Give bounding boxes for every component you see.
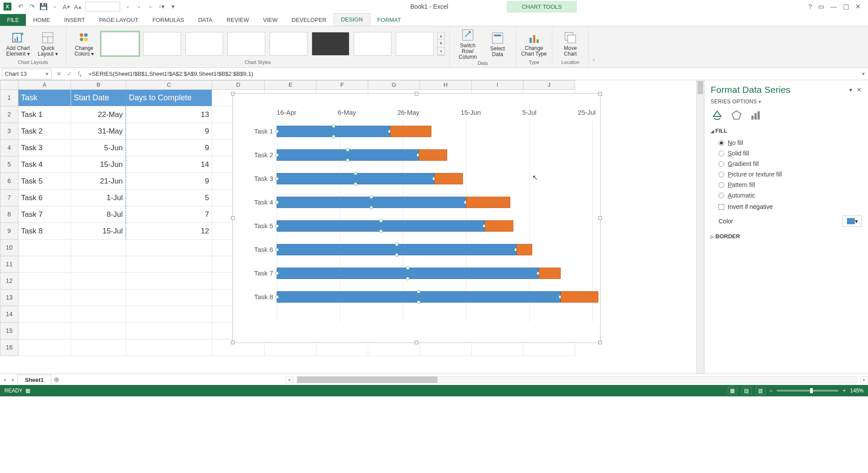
cell[interactable]: Task 3 [18,140,71,156]
new-sheet-button[interactable]: ⊕ [51,375,62,384]
fx-button[interactable]: fx [75,70,85,78]
enter-formula-button[interactable]: ✓ [64,71,75,77]
cell[interactable] [71,339,126,356]
hscroll-right[interactable]: ▸ [860,376,868,383]
worksheet-grid[interactable]: A B C D E F G H I J 1TaskStart DateDays … [0,80,696,374]
cell[interactable] [18,323,71,339]
save-button[interactable]: 💾 [38,2,49,11]
row-header[interactable]: 16 [0,339,18,356]
col-header-J[interactable]: J [523,80,575,90]
col-header-A[interactable]: A [18,80,71,90]
cell[interactable]: 21-Jun [71,173,126,190]
chart-style-4[interactable] [228,32,265,56]
cell[interactable] [71,306,126,323]
cell[interactable]: 14 [126,156,212,173]
qat-button[interactable]: ▫ [49,2,60,11]
chart-bar-series2[interactable] [539,268,561,279]
font-dec-button[interactable]: A▾ [60,2,72,11]
invert-if-negative-checkbox[interactable]: Invert if negative [711,201,862,213]
cell[interactable]: 15-Jun [71,156,126,173]
page-layout-view-button[interactable]: ▤ [742,387,751,395]
select-data-button[interactable]: Select Data [484,31,511,57]
row-header[interactable]: 3 [0,123,18,140]
cell[interactable]: 13 [126,106,212,123]
cell[interactable] [18,306,71,323]
pane-close-button[interactable]: ✕ [857,86,862,93]
cell[interactable]: Task [18,90,71,106]
chart-bar-series1[interactable] [277,220,485,232]
zoom-out-button[interactable]: – [770,388,773,394]
chart-style-7[interactable] [354,32,391,56]
tab-home[interactable]: HOME [26,14,57,26]
collapse-ribbon-button[interactable]: ˄ [589,26,598,67]
chart-bar-series2[interactable] [516,244,532,255]
row-header[interactable]: 13 [0,289,18,306]
cell[interactable] [126,256,212,273]
tab-developer[interactable]: DEVELOPER [285,14,333,26]
tab-file[interactable]: FILE [0,14,26,26]
cell[interactable] [126,339,212,356]
cell[interactable] [18,273,71,289]
sheet-tab-sheet1[interactable]: Sheet1 [18,374,51,385]
zoom-slider[interactable] [777,390,838,392]
cell[interactable]: Task 6 [18,190,71,206]
chart-bar-series1[interactable] [277,149,419,161]
cell[interactable] [18,256,71,273]
cell[interactable]: 5-Jun [71,140,126,156]
chart-bar-series2[interactable] [485,220,513,232]
fill-color-picker[interactable]: ▾ [843,215,862,227]
sheet-nav-prev[interactable]: ◂ [0,376,9,383]
chart-bar-series1[interactable] [277,244,516,255]
border-section-header[interactable]: BORDER [711,233,862,240]
cell[interactable] [71,289,126,306]
cell[interactable]: Task 8 [18,223,71,240]
chart-handle[interactable] [415,341,418,344]
row-header[interactable]: 1 [0,90,18,106]
zoom-in-button[interactable]: + [843,388,846,394]
fill-option-radio[interactable]: No fill [711,138,862,148]
tab-view[interactable]: VIEW [256,14,285,26]
cell[interactable]: 12 [126,223,212,240]
change-chart-type-button[interactable]: Change Chart Type [520,31,548,57]
sheet-nav-next[interactable]: ▸ [9,376,18,383]
chart-style-scroll[interactable]: ▲▼▾ [437,32,445,56]
embedded-chart[interactable]: 16-Apr6-May26-May15-Jun5-Jul25-JulTask 1… [232,93,601,343]
pane-options-button[interactable]: ▾ [849,86,852,93]
chart-plot-area[interactable]: 16-Apr6-May26-May15-Jun5-Jul25-JulTask 1… [277,109,596,334]
tab-insert[interactable]: INSERT [57,14,92,26]
change-colors-button[interactable]: Change Colors ▾ [71,31,98,57]
cell[interactable]: Task 7 [18,206,71,223]
cell[interactable]: Task 2 [18,123,71,140]
fill-option-radio[interactable]: Automatic [711,190,862,201]
cell[interactable] [71,256,126,273]
chart-handle[interactable] [598,92,602,95]
row-header[interactable]: 5 [0,156,18,173]
move-chart-button[interactable]: Move Chart [557,31,584,57]
series-options-dropdown[interactable]: SERIES OPTIONS [711,99,862,105]
minimize-button[interactable]: — [830,3,837,11]
redo-button[interactable]: ↷ [26,2,38,11]
cell[interactable]: 31-May [71,123,126,140]
chart-style-8[interactable] [396,32,434,56]
chart-style-2[interactable] [143,32,181,56]
col-header-I[interactable]: I [472,80,523,90]
cell[interactable] [71,323,126,339]
cell[interactable]: 5 [126,190,212,206]
switch-row-column-button[interactable]: Switch Row/ Column [454,28,481,60]
cell[interactable]: 9 [126,173,212,190]
col-header-H[interactable]: H [420,80,472,90]
cell[interactable] [126,289,212,306]
cell[interactable] [71,273,126,289]
tab-formulas[interactable]: FORMULAS [146,14,191,26]
tab-page-layout[interactable]: PAGE LAYOUT [92,14,146,26]
row-header[interactable]: 11 [0,256,18,273]
font-inc-button[interactable]: A▴ [72,2,83,11]
ribbon-display-button[interactable]: ▭ [818,3,824,11]
qat-button-3[interactable]: ▫ [133,2,145,11]
chart-style-1[interactable] [101,32,139,56]
col-header-B[interactable]: B [71,80,126,90]
cell[interactable] [71,240,126,256]
fill-option-radio[interactable]: Pattern fill [711,180,862,190]
cell[interactable]: Task 5 [18,173,71,190]
chart-handle[interactable] [598,216,602,220]
